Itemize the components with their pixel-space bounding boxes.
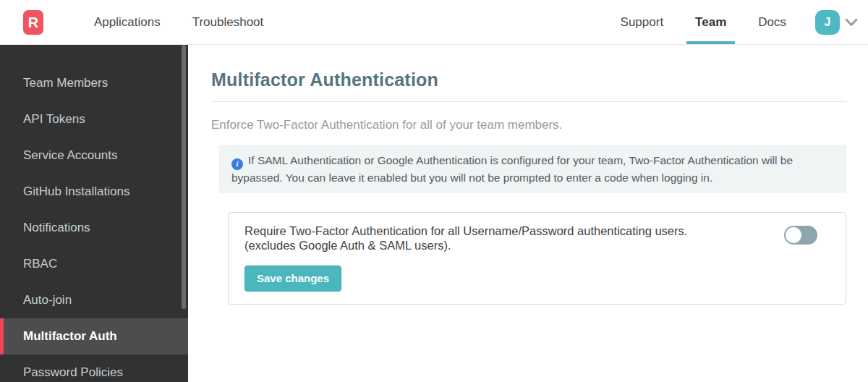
setting-row: Require Two-Factor Authentication for al… — [244, 224, 831, 252]
nav-team-label: Team — [695, 15, 726, 30]
page-title: Multifactor Authentication — [211, 69, 846, 90]
app-logo-letter: R — [28, 14, 38, 31]
sidebar-item-github-installations[interactable]: GitHub Installations — [0, 174, 188, 210]
top-nav: R Applications Troubleshoot Support Team… — [0, 0, 868, 45]
sidebar-scrollbar[interactable] — [182, 45, 186, 309]
nav-docs[interactable]: Docs — [742, 0, 802, 44]
info-icon: i — [231, 158, 243, 170]
nav-support[interactable]: Support — [605, 0, 680, 44]
avatar-initial: J — [825, 16, 831, 29]
secondary-nav: Support Team Docs J — [605, 0, 868, 44]
saml-info-note: iIf SAML Authentication or Google Authen… — [219, 145, 846, 193]
setting-description: Require Two-Factor Authentication for al… — [244, 224, 687, 252]
settings-sidebar: Team Members API Tokens Service Accounts… — [0, 45, 188, 382]
setting-description-line1: Require Two-Factor Authentication for al… — [244, 224, 687, 238]
require-2fa-toggle[interactable] — [784, 226, 817, 245]
sidebar-item-team-members[interactable]: Team Members — [0, 65, 188, 101]
sidebar-item-api-tokens[interactable]: API Tokens — [0, 101, 188, 137]
nav-troubleshoot[interactable]: Troubleshoot — [176, 0, 280, 44]
nav-team[interactable]: Team — [679, 0, 742, 44]
primary-nav: Applications Troubleshoot — [78, 0, 279, 44]
sidebar-item-password-policies[interactable]: Password Policies — [0, 355, 188, 382]
two-factor-setting-card: Require Two-Factor Authentication for al… — [228, 212, 846, 305]
main-content: Multifactor Authentication Enforce Two-F… — [188, 45, 868, 382]
sidebar-item-service-accounts[interactable]: Service Accounts — [0, 137, 188, 174]
active-tab-underline — [686, 41, 735, 44]
page-subtitle: Enforce Two-Factor Authentication for al… — [211, 118, 846, 132]
chevron-down-icon — [845, 18, 858, 27]
account-menu[interactable]: J — [815, 0, 858, 44]
avatar: J — [815, 10, 840, 35]
title-divider — [211, 101, 846, 102]
setting-description-line2: (excludes Google Auth & SAML users). — [244, 238, 687, 252]
saml-info-text: If SAML Authentication or Google Authent… — [231, 154, 793, 184]
app-logo[interactable]: R — [23, 10, 43, 35]
save-changes-button[interactable]: Save changes — [244, 266, 341, 292]
sidebar-item-rbac[interactable]: RBAC — [0, 246, 188, 282]
sidebar-item-multifactor-auth[interactable]: Multifactor Auth — [0, 318, 188, 355]
toggle-knob — [786, 227, 801, 243]
nav-applications[interactable]: Applications — [78, 0, 176, 44]
sidebar-item-notifications[interactable]: Notifications — [0, 210, 188, 246]
sidebar-item-auto-join[interactable]: Auto-join — [0, 282, 188, 318]
